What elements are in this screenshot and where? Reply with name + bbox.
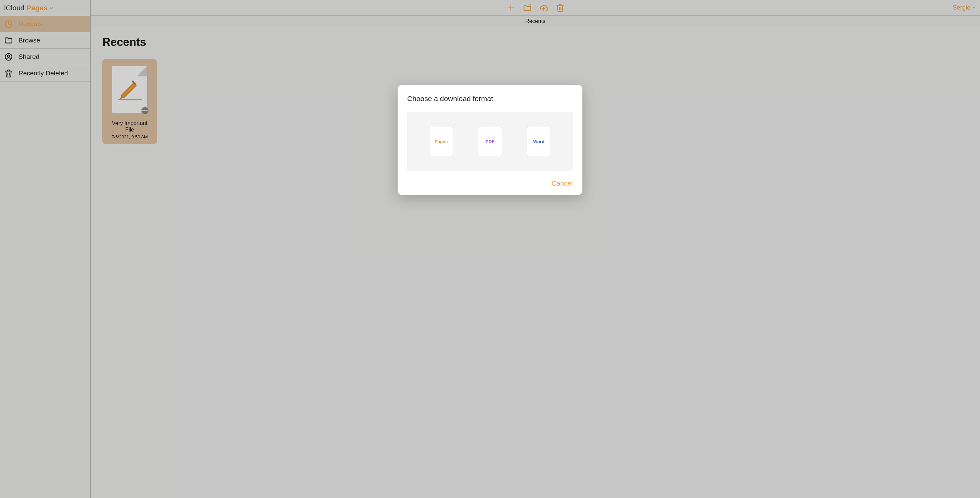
format-option-pages[interactable]: Pages [429, 127, 453, 156]
cancel-button[interactable]: Cancel [552, 179, 573, 187]
modal-overlay[interactable]: Choose a download format. Pages PDF Word… [0, 0, 980, 498]
format-label: Word [533, 139, 544, 144]
format-option-word[interactable]: Word [527, 127, 551, 156]
format-option-pdf[interactable]: PDF [478, 127, 502, 156]
download-format-dialog: Choose a download format. Pages PDF Word… [398, 85, 582, 195]
format-label: PDF [485, 139, 495, 144]
format-options: Pages PDF Word [407, 112, 573, 171]
dialog-title: Choose a download format. [407, 94, 573, 103]
format-label: Pages [434, 139, 447, 144]
